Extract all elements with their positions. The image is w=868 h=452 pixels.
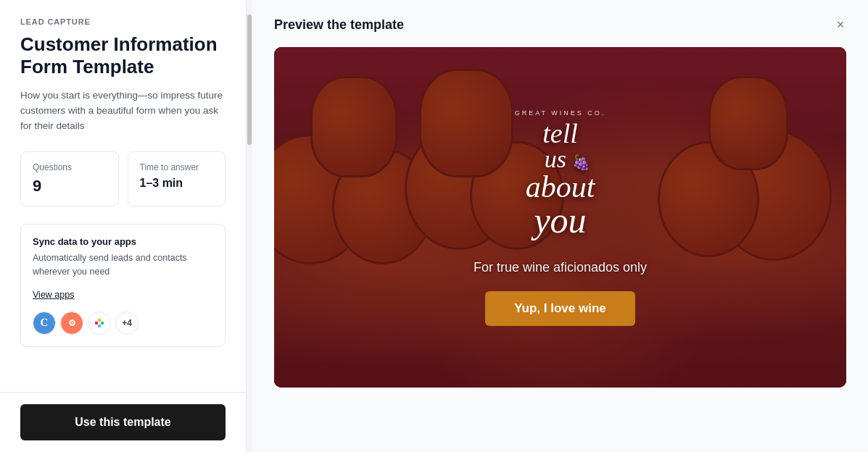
tagline-text: For true wine aficionados only — [474, 260, 647, 275]
use-template-button[interactable]: Use this template — [20, 404, 226, 440]
sync-title: Sync data to your apps — [33, 236, 213, 247]
app-icon-slack — [88, 311, 111, 335]
close-button[interactable]: × — [830, 14, 851, 35]
left-panel: LEAD CAPTURE Customer Information Form T… — [0, 0, 247, 452]
questions-stat-box: Questions 9 — [20, 151, 119, 206]
app-icons-row: C ⚙ +4 — [33, 311, 213, 335]
time-stat-box: Time to answer 1–3 min — [128, 151, 226, 206]
app-icon-plus-count: +4 — [115, 311, 139, 335]
scrollbar-thumb — [247, 14, 252, 145]
logo-area: GREAT WINES CO. tell us 🍇 about you — [515, 109, 606, 238]
app-icon-hubspot: ⚙ — [60, 311, 83, 335]
bottom-bar: Use this template — [0, 392, 246, 452]
script-us: us 🍇 — [540, 147, 595, 172]
brand-name: GREAT WINES CO. — [515, 109, 606, 117]
script-text-area: tell us 🍇 about you — [526, 120, 595, 238]
script-about: about — [526, 172, 595, 202]
view-apps-link[interactable]: View apps — [33, 290, 74, 300]
scrollbar[interactable] — [247, 0, 252, 452]
app-icon-circle-c: C — [33, 311, 56, 335]
svg-rect-0 — [95, 322, 98, 325]
script-tell: tell — [526, 120, 595, 147]
grape-icon: 🍇 — [572, 154, 590, 170]
template-title: Customer Information Form Template — [20, 33, 226, 78]
template-description: How you start is everything—so impress f… — [20, 88, 226, 134]
wine-cta-button[interactable]: Yup, I love wine — [485, 291, 635, 326]
script-you: you — [526, 202, 595, 238]
time-label: Time to answer — [140, 162, 214, 172]
questions-label: Questions — [33, 162, 107, 172]
preview-content: GREAT WINES CO. tell us 🍇 about you For … — [274, 47, 846, 388]
script-logo: tell us 🍇 about you — [526, 120, 595, 238]
sync-box: Sync data to your apps Automatically sen… — [20, 224, 226, 347]
close-icon: × — [837, 17, 845, 33]
category-label: LEAD CAPTURE — [20, 17, 226, 26]
svg-rect-1 — [101, 322, 104, 325]
right-panel: Preview the template × GREAT WINES CO. — [252, 0, 868, 452]
left-panel-scroll: LEAD CAPTURE Customer Information Form T… — [0, 0, 246, 392]
preview-image-container: GREAT WINES CO. tell us 🍇 about you For … — [274, 47, 846, 388]
questions-value: 9 — [33, 177, 107, 196]
svg-rect-2 — [98, 319, 101, 322]
time-value: 1–3 min — [140, 177, 214, 190]
sync-description: Automatically send leads and contacts wh… — [33, 251, 213, 279]
svg-rect-3 — [98, 325, 101, 327]
stats-row: Questions 9 Time to answer 1–3 min — [20, 151, 226, 206]
preview-title: Preview the template — [274, 17, 846, 33]
